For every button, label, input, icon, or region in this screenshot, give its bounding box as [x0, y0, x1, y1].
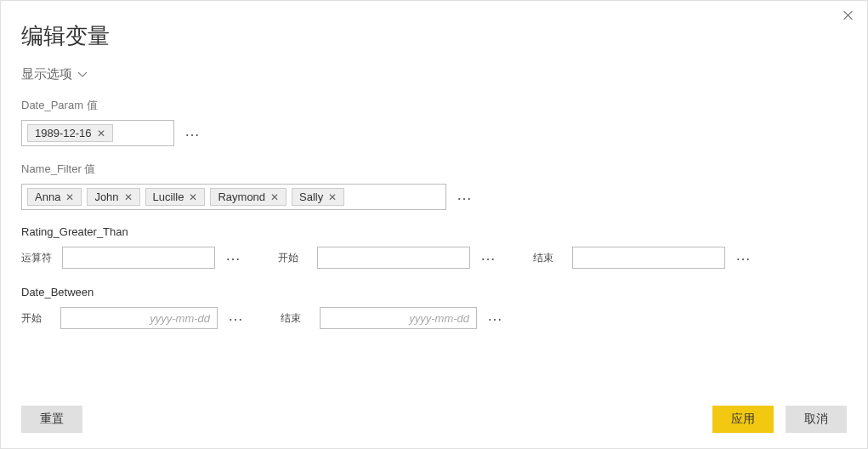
date-start-more-icon[interactable]: … [228, 308, 245, 323]
tag-remove-icon[interactable]: ✕ [65, 191, 74, 203]
date-param-input[interactable]: 1989-12-16✕ [21, 120, 174, 146]
cancel-button[interactable]: 取消 [786, 406, 847, 433]
tag-label: Raymond [218, 190, 265, 203]
date-end-more-icon[interactable]: … [487, 308, 504, 323]
rating-start-input[interactable] [317, 247, 470, 269]
rating-start-more-icon[interactable]: … [480, 247, 497, 263]
name-filter-label: Name_Filter 值 [21, 162, 847, 177]
rating-section-label: Rating_Greater_Than [21, 225, 847, 238]
operator-input[interactable] [62, 247, 215, 269]
display-options-label: 显示选项 [21, 66, 72, 82]
tag-remove-icon[interactable]: ✕ [124, 191, 133, 203]
filter-tag[interactable]: Lucille✕ [145, 188, 206, 206]
close-icon[interactable] [842, 9, 854, 21]
filter-tag[interactable]: John✕ [87, 188, 139, 206]
date-start-label: 开始 [21, 311, 50, 326]
date-end-label: 结束 [281, 311, 309, 326]
dialog-title: 编辑变量 [21, 21, 847, 51]
rating-end-more-icon[interactable]: … [735, 247, 752, 263]
filter-tag[interactable]: Anna✕ [27, 188, 82, 206]
name-filter-input[interactable]: Anna✕John✕Lucille✕Raymond✕Sally✕ [21, 184, 446, 210]
apply-button[interactable]: 应用 [712, 406, 774, 433]
tag-label: Sally [299, 190, 323, 203]
rating-start-label: 开始 [278, 251, 307, 265]
operator-more-icon[interactable]: … [225, 247, 242, 263]
reset-button[interactable]: 重置 [21, 406, 82, 433]
tag-remove-icon[interactable]: ✕ [270, 191, 279, 203]
operator-label: 运算符 [21, 251, 52, 265]
tag-remove-icon[interactable]: ✕ [328, 191, 337, 203]
rating-end-input[interactable] [572, 247, 725, 269]
tag-label: Lucille [153, 190, 184, 203]
date-between-label: Date_Between [21, 286, 847, 298]
filter-tag[interactable]: Raymond✕ [210, 188, 286, 206]
filter-tag[interactable]: 1989-12-16✕ [27, 124, 113, 142]
tag-remove-icon[interactable]: ✕ [97, 128, 105, 139]
date-end-input[interactable] [320, 307, 477, 329]
dialog-content: 编辑变量 显示选项 Date_Param 值 1989-12-16✕ … Nam… [1, 1, 867, 329]
date-param-more-icon[interactable]: … [184, 123, 201, 139]
rating-end-label: 结束 [533, 251, 562, 265]
tag-label: 1989-12-16 [35, 127, 92, 139]
date-start-input[interactable] [60, 307, 218, 329]
display-options-toggle[interactable]: 显示选项 [21, 66, 88, 82]
filter-tag[interactable]: Sally✕ [292, 188, 344, 206]
tag-label: John [94, 190, 118, 203]
name-filter-more-icon[interactable]: … [457, 187, 474, 202]
chevron-down-icon [77, 71, 88, 78]
tag-remove-icon[interactable]: ✕ [189, 191, 197, 203]
tag-label: Anna [35, 190, 60, 203]
dialog-footer: 重置 应用 取消 [1, 394, 867, 448]
date-param-label: Date_Param 值 [21, 98, 847, 113]
